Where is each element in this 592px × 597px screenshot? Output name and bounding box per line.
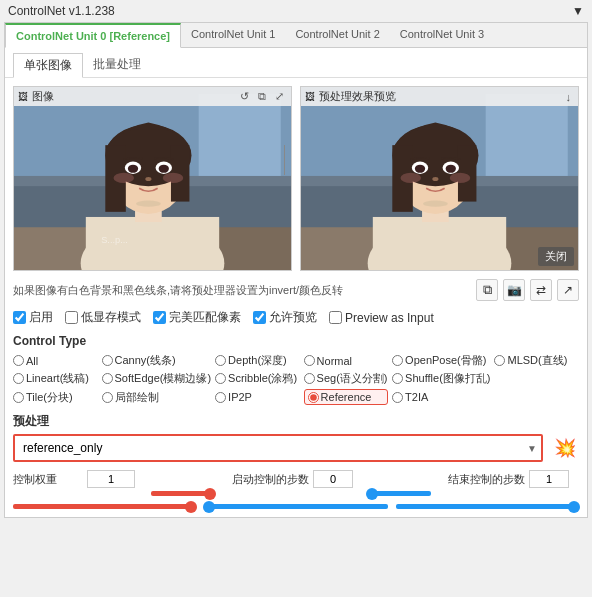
checkbox-lowvram[interactable]: 低显存模式	[65, 309, 141, 326]
preprocess-select[interactable]: reference_only reference_adain reference…	[13, 434, 543, 462]
start-step-label: 启动控制的步数	[219, 472, 309, 487]
fire-icon-button[interactable]: 💥	[551, 434, 579, 462]
upload-indicator[interactable]	[284, 145, 285, 175]
radio-seg[interactable]: Seg(语义分割)	[304, 371, 389, 386]
left-panel-icons: ↺ ⧉ ⤢	[237, 89, 287, 104]
end-step-label: 结束控制的步数	[435, 472, 525, 487]
radio-tile[interactable]: Tile(分块)	[13, 389, 98, 405]
preprocess-select-wrapper: reference_only reference_adain reference…	[13, 434, 543, 462]
sliders-section: 控制权重 启动控制的步数 结束控制的步数	[13, 470, 579, 509]
svg-point-40	[401, 173, 422, 183]
app-title: ControlNet v1.1.238	[8, 4, 115, 18]
control-type-section: Control Type All Canny(线条) Depth(深度)	[13, 334, 579, 405]
svg-point-37	[415, 165, 425, 173]
image-row: 🖼 图像 ↺ ⧉ ⤢	[13, 86, 579, 271]
start-full-slider[interactable]	[204, 504, 387, 509]
preprocess-select-row: reference_only reference_adain reference…	[13, 434, 579, 462]
note-row: 如果图像有白色背景和黑色线条,请将预处理器设置为invert/颜色反转 ⧉ 📷 …	[13, 279, 579, 301]
radio-lineart[interactable]: Lineart(线稿)	[13, 371, 98, 386]
control-type-grid: All Canny(线条) Depth(深度) Normal OpenPose(…	[13, 353, 579, 405]
checkbox-preview-input[interactable]: Preview as Input	[329, 311, 434, 325]
checkbox-enable[interactable]: 启用	[13, 309, 53, 326]
sub-tab-single[interactable]: 单张图像	[13, 53, 83, 78]
right-panel-icons: ↓	[563, 90, 575, 104]
content-area: 🖼 图像 ↺ ⧉ ⤢	[5, 78, 587, 517]
main-container: ControlNet Unit 0 [Reference] ControlNet…	[4, 22, 588, 518]
copy-doc-icon[interactable]: ⧉	[476, 279, 498, 301]
left-panel-label: 图像	[32, 89, 54, 104]
sub-tab-batch[interactable]: 批量处理	[83, 53, 151, 77]
slider-tracks-row	[13, 491, 579, 496]
expand-icon[interactable]: ⤢	[272, 89, 287, 104]
slider-labels-row: 控制权重 启动控制的步数 结束控制的步数	[13, 470, 579, 488]
preview-icon: 🖼	[305, 91, 315, 102]
svg-point-16	[159, 165, 169, 173]
radio-softedge[interactable]: SoftEdge(模糊边缘)	[102, 371, 212, 386]
note-icons: ⧉ 📷 ⇄ ↗	[476, 279, 579, 301]
unit-tab-2[interactable]: ControlNet Unit 2	[285, 23, 389, 47]
svg-point-20	[136, 201, 161, 207]
close-button[interactable]: 关闭	[538, 247, 574, 266]
image-icon: 🖼	[18, 91, 28, 102]
svg-text:S...p...: S...p...	[101, 235, 128, 245]
end-full-slider[interactable]	[396, 504, 579, 509]
radio-reference[interactable]: Reference	[304, 389, 389, 405]
copy-icon[interactable]: ⧉	[255, 89, 269, 104]
unit-tab-1[interactable]: ControlNet Unit 1	[181, 23, 285, 47]
download-icon[interactable]: ↓	[563, 90, 575, 104]
radio-t2ia[interactable]: T2IA	[392, 389, 490, 405]
right-image-panel: 🖼 预处理效果预览 ↓	[300, 86, 579, 271]
svg-point-19	[163, 173, 184, 183]
end-step-value[interactable]	[529, 470, 569, 488]
start-step-slider[interactable]	[367, 491, 431, 496]
radio-openpose[interactable]: OpenPose(骨骼)	[392, 353, 490, 368]
camera-icon[interactable]: 📷	[503, 279, 525, 301]
svg-rect-27	[486, 94, 568, 176]
checkbox-allow-preview[interactable]: 允许预览	[253, 309, 317, 326]
left-panel-header: 🖼 图像 ↺ ⧉ ⤢	[14, 87, 291, 106]
radio-scribble[interactable]: Scribble(涂鸦)	[215, 371, 300, 386]
control-type-label: Control Type	[13, 334, 579, 348]
control-weight-slider[interactable]	[151, 491, 215, 496]
preprocess-section: 预处理 reference_only reference_adain refer…	[13, 413, 579, 462]
collapse-icon[interactable]: ▼	[572, 4, 584, 18]
radio-normal[interactable]: Normal	[304, 353, 389, 368]
preprocess-label: 预处理	[13, 413, 579, 430]
control-weight-label: 控制权重	[13, 472, 83, 487]
refresh-icon[interactable]: ↺	[237, 89, 252, 104]
send-icon[interactable]: ↗	[557, 279, 579, 301]
svg-point-42	[423, 201, 448, 207]
control-weight-value[interactable]	[87, 470, 135, 488]
svg-point-41	[450, 173, 471, 183]
right-panel-label: 预处理效果预览	[319, 89, 396, 104]
radio-depth[interactable]: Depth(深度)	[215, 353, 300, 368]
swap-icon[interactable]: ⇄	[530, 279, 552, 301]
svg-point-18	[114, 173, 135, 183]
unit-tab-3[interactable]: ControlNet Unit 3	[390, 23, 494, 47]
radio-canny[interactable]: Canny(线条)	[102, 353, 212, 368]
right-image	[301, 87, 578, 270]
weight-full-slider[interactable]	[13, 504, 196, 509]
radio-all[interactable]: All	[13, 353, 98, 368]
svg-rect-29	[373, 217, 506, 270]
note-text: 如果图像有白色背景和黑色线条,请将预处理器设置为invert/颜色反转	[13, 283, 468, 298]
sub-tabs: 单张图像 批量处理	[5, 48, 587, 78]
title-bar: ControlNet v1.1.238 ▼	[0, 0, 592, 22]
start-step-value[interactable]	[313, 470, 353, 488]
left-image-panel: 🖼 图像 ↺ ⧉ ⤢	[13, 86, 292, 271]
checkbox-row: 启用 低显存模式 完美匹配像素 允许预览 Preview as Input	[13, 309, 579, 326]
radio-ip2p[interactable]: IP2P	[215, 389, 300, 405]
svg-rect-5	[199, 94, 281, 176]
full-sliders-row	[13, 504, 579, 509]
svg-point-17	[145, 177, 151, 181]
svg-point-38	[446, 165, 456, 173]
svg-point-15	[128, 165, 138, 173]
radio-shuffle[interactable]: Shuffle(图像打乱)	[392, 371, 490, 386]
svg-point-39	[432, 177, 438, 181]
radio-inpaint[interactable]: 局部绘制	[102, 389, 212, 405]
unit-tabs: ControlNet Unit 0 [Reference] ControlNet…	[5, 23, 587, 48]
unit-tab-0[interactable]: ControlNet Unit 0 [Reference]	[5, 23, 181, 48]
checkbox-pixel-perfect[interactable]: 完美匹配像素	[153, 309, 241, 326]
right-panel-header: 🖼 预处理效果预览 ↓	[301, 87, 578, 106]
radio-mlsd[interactable]: MLSD(直线)	[494, 353, 579, 368]
